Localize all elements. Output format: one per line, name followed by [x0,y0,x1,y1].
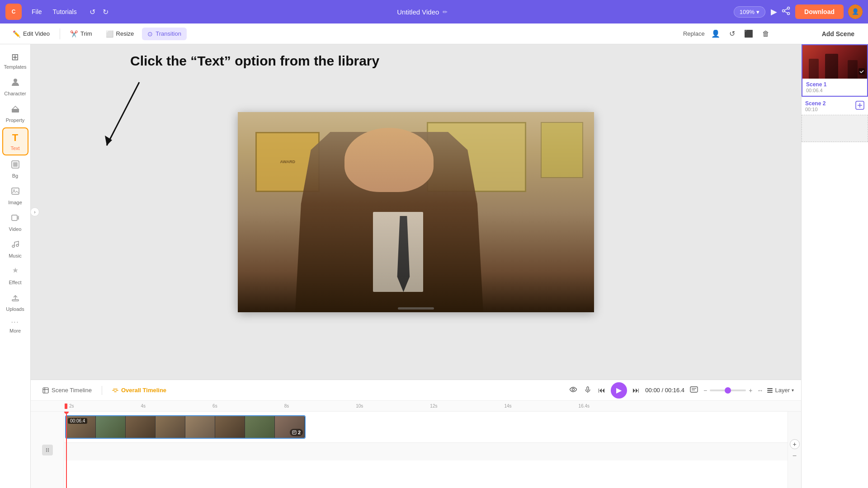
resize-label: Resize [116,30,134,37]
user-avatar[interactable]: 👤 [848,5,863,19]
film-strip[interactable]: 00:06.4 2 [65,415,306,439]
sidebar-item-bg[interactable]: Bg [2,156,28,182]
edit-video-icon: ✏️ [13,30,20,38]
character-label: Character [4,91,26,96]
edit-video-button[interactable]: ✏️ Edit Video [7,28,55,40]
editor-toolbar: ✏️ Edit Video ✂️ Trim ⬜ Resize ⊙ Transit… [0,23,868,44]
sidebar-item-templates[interactable]: ⊞ Templates [2,48,28,73]
sidebar-item-character[interactable]: Character [2,74,28,100]
zoom-control[interactable]: 109% ▾ [734,6,765,18]
character-icon [11,78,20,89]
more-dots-icon: ··· [11,318,19,325]
share-button[interactable] [782,6,791,18]
zoom-fit-icon[interactable]: ↔ [757,387,763,394]
sidebar-item-property[interactable]: Property [2,101,28,127]
expand-sidebar-button[interactable]: › [31,207,39,216]
effect-icon [11,267,20,278]
tutorials-menu[interactable]: Tutorials [48,5,81,18]
strip-duration-badge: 00:06.4 [68,418,87,424]
main-layout: ⊞ Templates Character Property T Text Bg [0,44,868,488]
remove-track-button[interactable]: − [790,451,800,461]
scene-timeline-tab[interactable]: Scene Timeline [38,384,96,396]
timeline-ruler: 2s 4s 6s 8s 10s 12s 14s 16.4s [31,401,801,412]
redo-button[interactable]: ↻ [100,5,111,19]
transition-button[interactable]: ⊙ Transition [142,28,187,40]
add-track-button[interactable]: + [790,439,800,449]
toolbar-delete-icon[interactable]: 🗑 [760,27,772,41]
zoom-in-icon[interactable]: + [749,387,752,394]
resize-button[interactable]: ⬜ Resize [100,28,140,40]
scene-2-empty-thumbnail [802,115,868,142]
film-frame-6 [215,416,245,439]
svg-rect-39 [292,431,296,434]
preview-button[interactable]: ▶ [771,7,777,17]
film-frame-3 [126,416,156,439]
strip-count: 2 [298,430,301,435]
svg-line-6 [784,11,787,13]
sidebar-item-effect[interactable]: Effect [2,263,28,289]
timeline-tracks: 00:06.4 2 [31,412,801,488]
svg-line-5 [784,9,787,10]
ruler-mark-14s: 14s [504,404,511,408]
layer-dropdown[interactable]: Layer ▾ [767,387,794,394]
right-panel: Scene 1 00:06.4 Scene 2 00:10 [801,44,868,488]
app-logo: C [5,4,22,20]
toolbar-right: Replace 👤 ↺ ⬛ 🗑 Add Scene [683,27,861,41]
video-label: Video [9,226,22,232]
scene-1-card[interactable]: Scene 1 00:06.4 [802,44,868,97]
replace-label: Replace [683,30,705,37]
film-frame-7 [245,416,275,439]
file-menu[interactable]: File [27,5,47,18]
skip-forward-button[interactable]: ⏭ [631,385,642,396]
audio-toggle-button[interactable] [583,384,593,397]
sidebar-item-text[interactable]: T Text [2,127,28,155]
scene-2-name: Scene 2 [805,100,826,107]
timeline-header-sep [102,386,102,395]
svg-point-37 [46,450,47,451]
track-drag-handle[interactable] [42,445,53,455]
left-sidebar: ⊞ Templates Character Property T Text Bg [0,44,31,488]
toolbar-person-icon[interactable]: 👤 [708,27,723,41]
zoom-thumb[interactable] [725,387,731,394]
video-area: Click the “Text” option from the library… [31,44,801,380]
svg-rect-31 [767,390,773,391]
edit-video-label: Edit Video [23,30,50,37]
annotation-text: Click the “Text” option from the library [130,53,379,69]
sidebar-item-more[interactable]: More [2,326,28,335]
zoom-out-icon[interactable]: − [703,387,707,394]
play-pause-button[interactable]: ▶ [611,382,627,399]
overall-timeline-tab[interactable]: Overall Timeline [108,384,171,396]
svg-point-3 [788,12,790,14]
topbar-right-actions: ▶ Download 👤 [771,5,863,19]
scene-2-card[interactable]: Scene 2 00:10 [802,97,868,142]
sidebar-item-video[interactable]: Video [2,210,28,235]
scene-2-add-icon[interactable] [855,101,864,112]
ruler-mark-12s: 12s [430,404,437,408]
sidebar-item-uploads[interactable]: Uploads [2,290,28,315]
add-scene-button[interactable]: Add Scene [816,28,861,40]
svg-rect-30 [767,388,773,389]
timeline-area: Scene Timeline Overall Timeline ⏮ ▶ [31,380,801,488]
toolbar-split-icon[interactable]: ⬛ [741,27,756,41]
svg-marker-20 [105,136,112,145]
zoom-track[interactable] [710,389,746,391]
svg-point-38 [47,450,48,451]
skip-back-button[interactable]: ⏮ [596,385,607,396]
sidebar-item-image[interactable]: Image [2,183,28,209]
visibility-toggle-button[interactable] [567,385,579,396]
edit-title-icon[interactable]: ✏ [443,9,448,15]
video-icon [11,213,20,225]
total-time: 00:16.4 [665,387,684,394]
zoom-dropdown-icon: ▾ [756,9,760,15]
trim-button[interactable]: ✂️ Trim [65,28,98,40]
scene-1-thumbnail [802,45,867,79]
svg-rect-21 [43,388,48,393]
undo-button[interactable]: ↺ [87,5,98,19]
svg-point-16 [12,245,14,248]
video-scrollbar[interactable] [398,307,434,310]
caption-button[interactable] [688,385,700,396]
toolbar-refresh-icon[interactable]: ↺ [726,27,738,41]
current-time: 00:00 [645,387,660,394]
sidebar-item-music[interactable]: Music [2,236,28,262]
download-button[interactable]: Download [795,5,844,19]
